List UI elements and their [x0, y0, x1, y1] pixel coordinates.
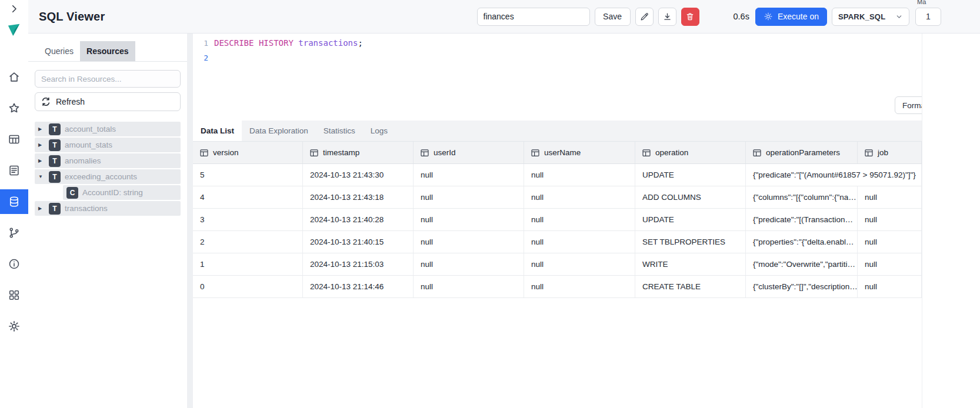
edit-button[interactable] — [635, 8, 654, 26]
main-panel: 1DESCRIBE HISTORY transactions;2 Format … — [193, 34, 922, 408]
results-tab-logs[interactable]: Logs — [363, 121, 395, 141]
cell-username: null — [524, 209, 635, 230]
engine-select[interactable]: SPARK_SQL — [832, 8, 909, 26]
tree-item-accountid-string[interactable]: CAccountID: string — [63, 185, 181, 200]
caret-collapsed-icon[interactable]: ▶ — [38, 158, 46, 163]
tree-item-transactions[interactable]: ▶Ttransactions — [35, 201, 181, 216]
search-input[interactable] — [35, 70, 181, 88]
format-button[interactable]: Format — [895, 96, 922, 114]
table-grid-icon — [753, 149, 761, 157]
results-tab-data-exploration[interactable]: Data Exploration — [242, 121, 316, 141]
cell-job: null — [858, 276, 922, 297]
table-grid-icon — [421, 149, 429, 157]
cell-userid: null — [414, 276, 524, 297]
refresh-button-label: Refresh — [56, 97, 85, 106]
cell-timestamp: 2024-10-13 21:43:30 — [303, 164, 414, 186]
sidebar-tab-queries[interactable]: Queries — [38, 41, 80, 61]
table-grid-icon — [310, 149, 318, 157]
tree-item-exceeding-accounts[interactable]: ▼Texceeding_accounts — [35, 169, 181, 184]
code-lines: 1DESCRIBE HISTORY transactions;2 — [193, 36, 922, 65]
cell-job: null — [858, 186, 922, 208]
tree-item-anomalies[interactable]: ▶Tanomalies — [35, 153, 181, 168]
execute-button[interactable]: Execute on — [755, 8, 827, 26]
cell-operation: UPDATE — [635, 164, 746, 186]
cell-userid: null — [414, 186, 524, 208]
column-header-job[interactable]: job — [858, 142, 922, 163]
cell-timestamp: 2024-10-13 21:40:15 — [303, 231, 414, 253]
cell-timestamp: 2024-10-13 21:14:46 — [303, 276, 414, 297]
header-controls: Save — [477, 8, 941, 26]
nav-documents[interactable] — [0, 155, 28, 186]
code-line[interactable]: 2 — [193, 51, 922, 65]
caret-collapsed-icon[interactable]: ▶ — [38, 142, 46, 148]
cell-userid: null — [414, 231, 524, 253]
chevron-down-icon — [895, 13, 903, 21]
column-header-operation[interactable]: operation — [635, 142, 746, 163]
delete-button[interactable] — [681, 8, 699, 26]
caret-collapsed-icon[interactable]: ▶ — [38, 206, 46, 211]
table-grid-icon — [200, 149, 208, 157]
corner-clipped-text: Ma — [917, 0, 926, 5]
nav-apps[interactable] — [0, 279, 28, 310]
chevron-right-icon[interactable] — [9, 4, 19, 14]
cell-operation: ADD COLUMNS — [635, 186, 746, 208]
cell-timestamp: 2024-10-13 21:40:28 — [303, 209, 414, 230]
column-header-username[interactable]: userName — [524, 142, 635, 163]
column-header-userid[interactable]: userId — [414, 142, 524, 163]
table-row[interactable]: 32024-10-13 21:40:28nullnullUPDATE{"pred… — [193, 209, 922, 231]
nav-connections[interactable] — [0, 217, 28, 248]
nav-database[interactable] — [0, 189, 28, 214]
pencil-icon — [639, 12, 649, 22]
table-row[interactable]: 52024-10-13 21:43:30nullnullUPDATE{"pred… — [193, 164, 922, 186]
document-icon — [8, 164, 21, 177]
nav-home[interactable] — [0, 61, 28, 92]
home-icon — [8, 71, 21, 83]
save-button[interactable]: Save — [595, 8, 631, 26]
cell-version: 0 — [193, 276, 303, 297]
tree-item-label: exceeding_accounts — [65, 172, 137, 181]
column-header-timestamp[interactable]: timestamp — [303, 142, 414, 163]
column-header-label: operation — [655, 148, 688, 157]
table-row[interactable]: 02024-10-13 21:14:46nullnullCREATE TABLE… — [193, 276, 922, 298]
gear-icon — [8, 320, 21, 333]
table-row[interactable]: 22024-10-13 21:40:15nullnullSET TBLPROPE… — [193, 231, 922, 253]
panel-resizer[interactable] — [187, 34, 193, 408]
sidebar-tab-resources[interactable]: Resources — [80, 41, 135, 61]
table-grid-icon — [865, 149, 873, 157]
caret-collapsed-icon[interactable]: ▶ — [38, 126, 46, 132]
tree-item-account-totals[interactable]: ▶Taccount_totals — [35, 122, 181, 136]
refresh-button[interactable]: Refresh — [35, 92, 181, 111]
results-tab-data-list[interactable]: Data List — [193, 121, 242, 141]
cell-username: null — [524, 253, 635, 275]
table-badge-icon: T — [49, 203, 61, 215]
execute-button-label: Execute on — [778, 12, 819, 21]
nav-favorites[interactable] — [0, 92, 28, 123]
nav-tables[interactable] — [0, 123, 28, 155]
download-button[interactable] — [658, 8, 676, 26]
query-name-input[interactable] — [477, 8, 590, 26]
cell-version: 2 — [193, 231, 303, 253]
column-header-version[interactable]: version — [193, 142, 303, 163]
cell-userid: null — [414, 253, 524, 275]
cell-operationparameters: {"clusterBy":"[]","description… — [746, 276, 858, 297]
column-header-label: version — [213, 148, 239, 157]
nav-settings[interactable] — [0, 310, 28, 342]
partial-button[interactable]: 1 — [915, 8, 941, 26]
table-badge-icon: T — [49, 155, 61, 167]
caret-expanded-icon[interactable]: ▼ — [38, 174, 46, 179]
cell-userid: null — [414, 209, 524, 230]
column-header-label: job — [878, 148, 888, 157]
code-line[interactable]: 1DESCRIBE HISTORY transactions; — [193, 36, 922, 51]
trash-icon — [685, 12, 695, 21]
table-row[interactable]: 12024-10-13 21:15:03nullnullWRITE{"mode"… — [193, 253, 922, 276]
tree-item-amount-stats[interactable]: ▶Tamount_stats — [35, 138, 181, 152]
cell-version: 1 — [193, 253, 303, 275]
table-row[interactable]: 42024-10-13 21:43:18nullnullADD COLUMNS{… — [193, 186, 922, 209]
cell-username: null — [524, 164, 635, 186]
sql-editor[interactable]: 1DESCRIBE HISTORY transactions;2 Format — [193, 34, 922, 121]
cell-version: 5 — [193, 164, 303, 186]
cell-username: null — [524, 186, 635, 208]
column-header-operationparameters[interactable]: operationParameters — [746, 142, 858, 163]
nav-info[interactable] — [0, 248, 28, 279]
results-tab-statistics[interactable]: Statistics — [316, 121, 363, 141]
